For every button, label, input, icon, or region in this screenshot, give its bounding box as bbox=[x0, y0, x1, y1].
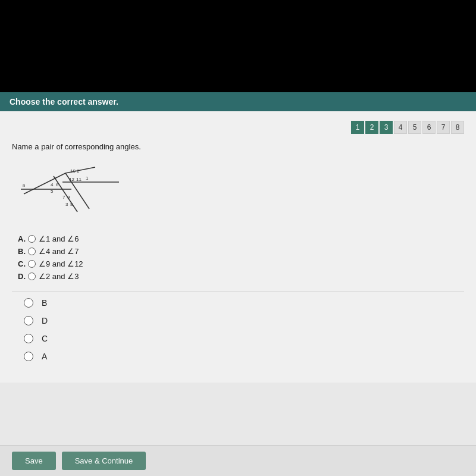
svg-text:5: 5 bbox=[51, 189, 54, 194]
diagram-svg: 10 2 12 11 4 6 5 1 n 7 9 3 8 bbox=[18, 158, 125, 224]
page-num-6[interactable]: 6 bbox=[422, 121, 436, 134]
content-area: 12345678 Name a pair of corresponding an… bbox=[0, 111, 476, 383]
answer-choice-a[interactable]: A bbox=[24, 352, 464, 361]
option-row-2: C.∠9 and ∠12 bbox=[18, 259, 464, 268]
bottom-buttons: Save Save & Continue bbox=[0, 445, 476, 476]
svg-text:8: 8 bbox=[70, 202, 73, 207]
header-title: Choose the correct answer. bbox=[10, 97, 118, 107]
svg-text:9: 9 bbox=[67, 195, 70, 200]
answer-radio-c[interactable] bbox=[24, 334, 33, 343]
option-letter-1: B. bbox=[18, 247, 26, 256]
top-black-bar bbox=[0, 0, 476, 92]
page-num-8[interactable]: 8 bbox=[451, 121, 464, 134]
page-num-2[interactable]: 2 bbox=[365, 121, 378, 134]
option-row-0: A.∠1 and ∠6 bbox=[18, 234, 464, 243]
answer-label-c: C bbox=[42, 334, 48, 343]
answer-label-b: B bbox=[42, 298, 47, 308]
answer-radio-d[interactable] bbox=[24, 316, 33, 325]
options-list: A.∠1 and ∠6B.∠4 and ∠7C.∠9 and ∠12D.∠2 a… bbox=[18, 234, 464, 281]
page-num-7[interactable]: 7 bbox=[437, 121, 450, 134]
answer-label-d: D bbox=[42, 316, 48, 325]
option-circle-0[interactable] bbox=[28, 235, 36, 243]
diagram-area: 10 2 12 11 4 6 5 1 n 7 9 3 8 bbox=[18, 158, 464, 226]
option-circle-3[interactable] bbox=[28, 273, 36, 280]
option-letter-2: C. bbox=[18, 259, 26, 268]
answer-radio-a[interactable] bbox=[24, 352, 33, 361]
page-num-3[interactable]: 3 bbox=[380, 121, 393, 134]
question-text: Name a pair of corresponding angles. bbox=[12, 142, 464, 151]
option-row-1: B.∠4 and ∠7 bbox=[18, 247, 464, 256]
save-button[interactable]: Save bbox=[12, 452, 56, 470]
svg-text:7: 7 bbox=[62, 195, 65, 200]
option-circle-2[interactable] bbox=[28, 260, 36, 268]
page-num-4[interactable]: 4 bbox=[394, 121, 407, 134]
svg-text:4: 4 bbox=[51, 182, 54, 187]
svg-text:10: 10 bbox=[70, 168, 76, 174]
svg-text:6: 6 bbox=[56, 182, 59, 187]
svg-text:11: 11 bbox=[76, 177, 82, 182]
option-text-2: ∠9 and ∠12 bbox=[39, 259, 83, 268]
save-continue-button[interactable]: Save & Continue bbox=[62, 452, 146, 470]
answer-choice-c[interactable]: C bbox=[24, 334, 464, 343]
option-text-1: ∠4 and ∠7 bbox=[39, 247, 79, 256]
option-letter-0: A. bbox=[18, 234, 26, 243]
option-row-3: D.∠2 and ∠3 bbox=[18, 272, 464, 281]
pagination: 12345678 bbox=[12, 121, 464, 134]
header-bar: Choose the correct answer. bbox=[0, 92, 476, 111]
page-num-5[interactable]: 5 bbox=[408, 121, 421, 134]
svg-text:n: n bbox=[23, 183, 25, 188]
svg-line-0 bbox=[24, 173, 65, 194]
svg-text:3: 3 bbox=[65, 202, 68, 207]
main-area: Choose the correct answer. 12345678 Name… bbox=[0, 92, 476, 476]
option-letter-3: D. bbox=[18, 272, 26, 281]
separator bbox=[12, 292, 464, 292]
answer-label-a: A bbox=[42, 352, 47, 361]
svg-text:12: 12 bbox=[69, 177, 74, 182]
svg-text:2: 2 bbox=[77, 168, 80, 174]
option-circle-1[interactable] bbox=[28, 248, 36, 255]
answer-choice-d[interactable]: D bbox=[24, 316, 464, 325]
option-text-0: ∠1 and ∠6 bbox=[39, 234, 79, 243]
option-text-3: ∠2 and ∠3 bbox=[39, 272, 79, 281]
page-num-1[interactable]: 1 bbox=[351, 121, 364, 134]
answer-choice-b[interactable]: B bbox=[24, 298, 464, 308]
svg-text:1: 1 bbox=[86, 176, 89, 181]
answer-choices: BDCA bbox=[24, 298, 464, 361]
answer-radio-b[interactable] bbox=[24, 298, 33, 308]
